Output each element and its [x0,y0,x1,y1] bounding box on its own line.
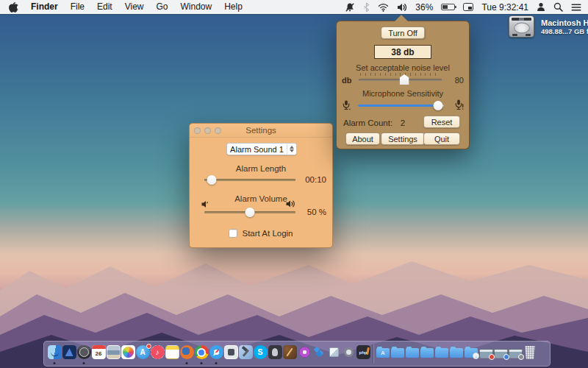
xcode[interactable] [238,344,253,364]
folder-1-icon [391,348,404,358]
start-at-login-checkbox[interactable] [229,229,237,238]
preview[interactable] [223,344,238,364]
trash[interactable] [523,344,537,364]
downloads-folder[interactable] [464,344,478,364]
about-button[interactable]: About [345,132,380,145]
finder[interactable] [47,344,62,364]
notification-center-icon[interactable] [571,3,581,12]
desktop-screen: Finder File Edit View Go Window Help 36% [0,0,588,368]
noise-level-slider[interactable] [359,73,442,85]
menu-go[interactable]: Go [157,0,168,14]
wifi-icon[interactable] [378,3,389,12]
menu-edit[interactable]: Edit [97,0,112,14]
app-store[interactable]: A [135,344,150,364]
pixelmator[interactable] [297,344,312,364]
settings-titlebar[interactable]: Settings [190,124,332,138]
download-badge [473,353,479,359]
menu-app-name[interactable]: Finder [31,0,58,14]
safari[interactable] [209,344,223,364]
hard-drive-icon [509,15,534,38]
calendar[interactable]: 26 [91,344,106,364]
chrome-icon [195,345,209,359]
start-at-login-label: Start At Login [242,229,293,238]
menu-help[interactable]: Help [224,0,243,14]
alarm-volume-value: 50 % [307,208,326,216]
minimized-window-1[interactable] [478,344,493,364]
alarm-volume-thumb[interactable] [245,208,255,217]
timer-app[interactable] [76,344,91,364]
settings-button[interactable]: Settings [381,132,425,145]
blue-app[interactable] [62,344,76,364]
mic-slider-thumb[interactable] [433,101,442,110]
popover-arrow [395,15,408,21]
noise-min-label: db [342,76,351,85]
calendar-icon: 26 [92,345,106,359]
noise-level-label: Set acceptable noise level [337,63,469,72]
notifications-off-icon[interactable] [345,2,355,13]
db-level-display: 38 db [374,45,431,59]
volume-subtitle: 498.88...7 GB free [541,27,588,35]
menu-view[interactable]: View [125,0,144,14]
alarm-length-slider[interactable] [204,174,295,185]
itunes[interactable]: ♪ [150,344,165,364]
volume-high-icon [286,199,296,208]
applications-folder[interactable]: A [376,344,390,364]
reset-button[interactable]: Reset [423,116,460,128]
minimized-window-3[interactable] [508,344,523,364]
folder-3[interactable] [420,344,434,364]
volume-icon[interactable] [397,3,407,12]
dropdown-arrows-icon [287,144,296,155]
menu-window[interactable]: Window [181,0,212,14]
search-icon[interactable] [553,2,563,12]
folder-4[interactable] [434,344,449,364]
dock-separator [373,344,373,364]
garageband[interactable] [282,344,297,364]
apple-menu[interactable] [9,1,18,13]
menu-clock[interactable]: Tue 9:32:41 [481,2,528,13]
blue-app-icon [62,345,76,359]
folder-1[interactable] [390,344,405,364]
skype[interactable]: S [253,344,268,364]
notes[interactable] [165,344,179,364]
battery-icon[interactable] [441,4,455,10]
alarm-sound-dropdown[interactable]: Alarm Sound 1 [226,143,297,155]
bluetooth-icon[interactable] [363,2,370,13]
alarm-length-track [204,179,295,181]
battery-percent: 36% [415,2,433,13]
xcode-icon [239,345,253,359]
alarm-length-thumb[interactable] [207,175,216,185]
dropbox[interactable] [312,344,326,364]
alarm-sound-value: Alarm Sound 1 [227,145,287,154]
cube-app-icon [327,345,341,359]
photo-booth[interactable] [268,344,282,364]
utility-app[interactable] [341,344,356,364]
quit-button[interactable]: Quit [423,132,460,145]
mic-slider-fill [358,105,438,107]
app-store-icon: A [136,345,150,359]
menu-file[interactable]: File [71,0,85,14]
turn-off-button[interactable]: Turn Off [381,26,425,39]
mic-sensitivity-slider[interactable] [358,100,444,110]
phpstorm[interactable]: php [356,344,370,364]
photos[interactable] [121,344,135,364]
user-icon[interactable] [537,2,545,12]
noise-slider-thumb[interactable] [400,74,409,85]
minimized-window-1-icon [479,349,493,358]
applications-folder-icon: A [376,348,390,358]
mail[interactable] [106,344,121,364]
folder-3-icon [420,348,434,358]
cube-app[interactable] [326,344,341,364]
minimized-window-2-icon [494,349,508,358]
mail-icon [107,345,121,359]
timer-app-icon [77,345,91,359]
folder-5[interactable] [449,344,464,364]
macintosh-hd-volume[interactable]: Macintosh HD 498.88...7 GB free [509,15,588,38]
running-indicator [186,362,188,364]
folder-4-icon [435,348,448,358]
alarm-volume-slider[interactable] [204,207,295,217]
display-stat-icon[interactable] [463,3,473,11]
firefox[interactable] [179,344,194,364]
minimized-window-2[interactable] [493,344,508,364]
chrome[interactable] [194,344,209,364]
folder-2[interactable] [405,344,420,364]
